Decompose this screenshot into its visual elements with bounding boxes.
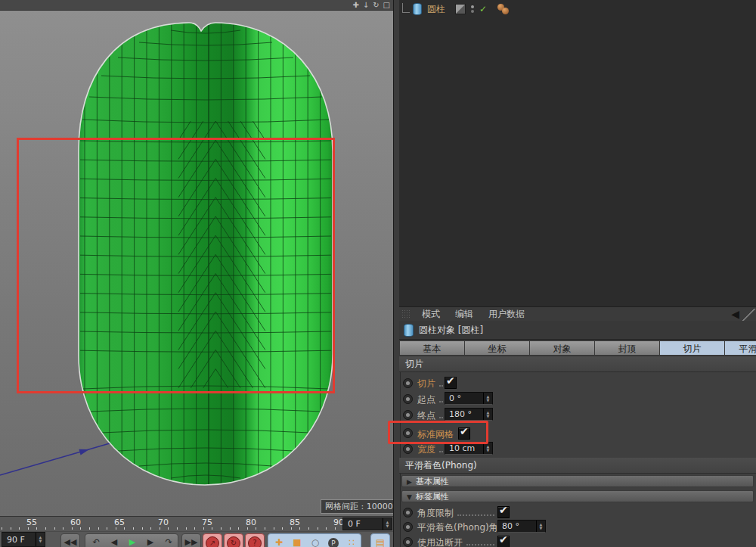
dotted-leader <box>439 401 442 402</box>
viewport-canvas[interactable] <box>0 0 393 516</box>
keyframe-dot-icon[interactable] <box>403 444 413 454</box>
param-checkbox-use-edge-breaks[interactable]: ✔ <box>497 536 510 547</box>
collapse-arrow-icon[interactable]: ◀ <box>731 308 739 320</box>
goto-next-key-button[interactable]: ↷ <box>160 534 178 547</box>
timeline-ruler[interactable]: 5560657075808590 <box>0 517 342 530</box>
keyframe-position-button[interactable]: ✚ <box>270 534 288 547</box>
cylinder-object-icon <box>404 324 414 337</box>
ruler-ticks <box>2 527 341 530</box>
param-field-width[interactable]: 10 cm▲▼ <box>445 442 493 455</box>
dotted-leader <box>457 514 494 516</box>
rotate-icon[interactable]: ↻ <box>373 2 379 9</box>
play-button[interactable]: ▶ <box>123 534 141 547</box>
keyframe-dot-icon[interactable] <box>403 522 413 532</box>
goto-start-button[interactable]: ◀◀ <box>60 533 80 547</box>
keyframe-pla-button[interactable]: ∷ <box>342 534 361 547</box>
record-help-button[interactable]: ? <box>245 533 265 547</box>
group-bar-tag-properties[interactable]: ▼标签属性 <box>401 490 754 502</box>
viewport-titlebar: ✚↓↻□ <box>0 0 393 11</box>
param-label-slice-from: 起点 <box>417 393 435 406</box>
phong-tag-icon[interactable] <box>497 4 511 14</box>
keyframe-dot-icon[interactable] <box>403 537 413 547</box>
caret-icon: ▶ <box>407 478 412 486</box>
menu-edit[interactable]: 编辑 <box>448 308 481 321</box>
tab-object[interactable]: 对象 <box>529 340 594 356</box>
param-row-slice-enable: 切片✔ <box>399 375 756 391</box>
param-row-angle-limit: 角度限制✔ <box>399 505 756 521</box>
keyframe-scale-button[interactable]: ■ <box>288 534 306 547</box>
attribute-menubar: 模式 编辑 用户数据 ◀ <box>399 306 756 322</box>
play-backward-button[interactable]: ↶ <box>87 534 105 547</box>
stepper-icon[interactable]: ▲▼ <box>483 393 492 404</box>
layers-button[interactable]: ▤ <box>370 533 390 547</box>
pan-icon[interactable]: ✚ <box>352 2 358 9</box>
menu-mode[interactable]: 模式 <box>414 308 448 321</box>
param-label-slice-to: 终点 <box>417 409 435 422</box>
ruler-label: 85 <box>290 517 300 527</box>
visibility-dots-icon[interactable] <box>471 5 474 13</box>
cylinder-object-icon[interactable] <box>413 3 422 15</box>
object-name[interactable]: 圆柱 <box>425 3 448 16</box>
caret-icon: ▼ <box>407 493 412 501</box>
autokey-button[interactable]: ↻ <box>224 533 243 547</box>
resize-corner-icon[interactable] <box>742 309 756 321</box>
param-row-slice-from: 起点0 °▲▼ <box>399 391 756 407</box>
grip-handle[interactable] <box>401 309 410 319</box>
section-header-slice: 切片 <box>399 356 756 372</box>
param-field-slice-to[interactable]: 180 °▲▼ <box>445 408 493 421</box>
stepper-icon[interactable]: ▲▼ <box>36 533 45 546</box>
keyframe-dot-icon[interactable] <box>403 410 413 420</box>
param-checkbox-slice-enable[interactable]: ✔ <box>445 377 457 389</box>
group-bar-basic-properties[interactable]: ▶基本属性 <box>401 475 754 487</box>
param-field-slice-from[interactable]: 0 °▲▼ <box>445 392 493 405</box>
dotted-leader <box>466 544 494 545</box>
menu-user-data[interactable]: 用户数据 <box>481 308 532 321</box>
right-panel: 圆柱 ✓ 模式 编辑 用户数据 ◀ 圆柱对象 [圆柱] 基本坐标对象封顶切片平滑… <box>393 0 756 547</box>
tab-basic[interactable]: 基本 <box>399 340 464 356</box>
keyframe-dot-icon[interactable] <box>403 508 413 517</box>
keyframe-dot-icon[interactable] <box>403 378 413 388</box>
stepper-icon[interactable]: ▲▼ <box>483 409 492 420</box>
previous-frame-button[interactable]: ◀ <box>105 534 123 547</box>
keyframe-parameter-button[interactable]: P <box>324 534 342 547</box>
ruler-label: 60 <box>70 517 81 527</box>
ruler-label: 55 <box>26 517 37 527</box>
animation-toolbar: 5560657075808590 0 F ▲▼ ↶◀▶▶↷✚■○P∷◀◀▶▶↗↻… <box>0 516 393 547</box>
param-checkbox-angle-limit[interactable]: ✔ <box>497 506 510 518</box>
stepper-icon[interactable]: ▲▼ <box>483 443 492 454</box>
viewport-panel: ✚↓↻□ 网格间距 : 10000 cm <box>0 0 393 516</box>
goto-end-button[interactable]: ▶▶ <box>181 533 201 547</box>
param-row-use-edge-breaks: 使用边断开✔ <box>399 534 756 547</box>
keyframe-rotation-button[interactable]: ○ <box>306 534 324 547</box>
end-frame-field[interactable]: 90 F ▲▼ <box>2 532 45 547</box>
maximize-icon[interactable]: □ <box>383 2 390 9</box>
dotted-leader <box>439 451 442 452</box>
layer-state-icon[interactable] <box>455 4 466 14</box>
tree-elbow-icon <box>402 3 410 13</box>
enabled-check-icon[interactable]: ✓ <box>479 4 487 14</box>
param-row-phong-angle: 平滑着色(Phong)角度80 °▲▼ <box>399 519 756 535</box>
keyframe-dot-icon[interactable] <box>403 428 413 438</box>
ruler-label: 65 <box>114 517 125 527</box>
zoom-icon[interactable]: ↓ <box>363 2 369 9</box>
param-field-phong-angle[interactable]: 80 °▲▼ <box>497 520 546 533</box>
next-frame-button[interactable]: ▶ <box>141 534 160 547</box>
stepper-icon[interactable]: ▲▼ <box>536 521 545 532</box>
object-manager-row-cylinder[interactable]: 圆柱 ✓ <box>402 2 511 16</box>
ruler-label: 70 <box>158 517 169 527</box>
stepper-icon[interactable]: ▲▼ <box>383 518 392 530</box>
cinema4d-window: ✚↓↻□ 网格间距 : 10000 cm 圆柱 ✓ 模式 编辑 用户数据 ◀ <box>0 0 756 547</box>
tab-coordinates[interactable]: 坐标 <box>464 340 529 356</box>
attribute-title-row: 圆柱对象 [圆柱] <box>399 321 756 340</box>
param-label-use-edge-breaks: 使用边断开 <box>417 536 463 547</box>
param-checkbox-regular-grid[interactable]: ✔ <box>458 427 470 440</box>
record-objects-button[interactable]: ↗ <box>203 533 222 547</box>
current-frame-field[interactable]: 0 F ▲▼ <box>342 517 392 530</box>
tab-slice[interactable]: 切片 <box>659 340 724 356</box>
param-label-width: 宽度 <box>417 443 435 456</box>
param-label-regular-grid: 标准网格✔ <box>417 427 470 441</box>
tab-phong[interactable]: 平滑着色 <box>724 340 756 356</box>
param-label-phong-angle: 平滑着色(Phong)角度 <box>417 521 507 534</box>
keyframe-dot-icon[interactable] <box>403 394 413 404</box>
tab-caps[interactable]: 封顶 <box>594 340 659 356</box>
